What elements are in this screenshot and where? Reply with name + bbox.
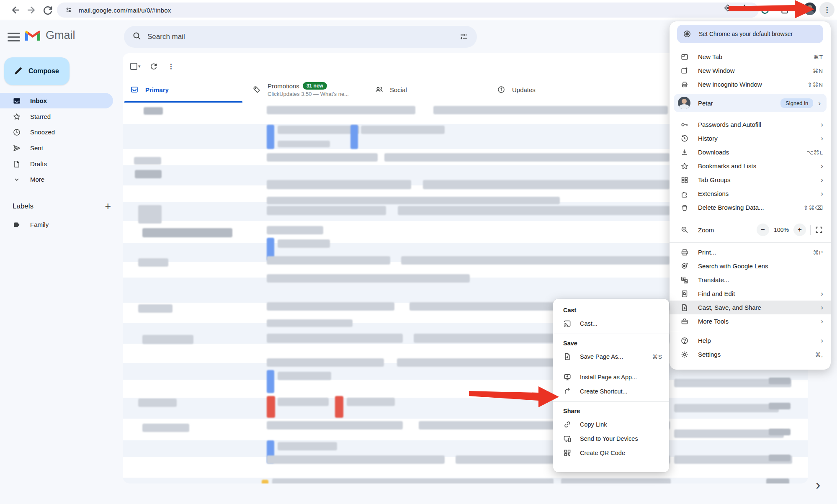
privacy-extension-icon[interactable] [724, 4, 732, 12]
menu-item-new-incognito-window[interactable]: New Incognito Window ⇧⌘N [670, 77, 831, 91]
menu-item-new-tab[interactable]: New Tab ⌘T [670, 50, 831, 64]
sidebar-item-more[interactable]: More [0, 172, 113, 187]
labels-title: Labels [13, 202, 33, 211]
site-info-icon[interactable] [64, 6, 73, 14]
menu-item-bookmarks[interactable]: Bookmarks and Lists › [670, 159, 831, 173]
blurred-content-block [769, 378, 791, 384]
gmail-logo-text: Gmail [46, 29, 75, 42]
sidebar-item-drafts[interactable]: Drafts [0, 156, 113, 172]
url-text: mail.google.com/mail/u/0/#inbox [79, 7, 171, 14]
blurred-content-block [278, 372, 331, 380]
tab-primary[interactable]: Primary [123, 77, 245, 103]
menu-item-downloads[interactable]: Downloads ⌥⌘L [670, 145, 831, 159]
blurred-content-block [267, 334, 403, 343]
list-more-kebab-icon[interactable]: ⋮ [164, 59, 178, 73]
compose-button[interactable]: Compose [4, 57, 70, 85]
submenu-item-copy-link[interactable]: Copy Link [553, 417, 669, 432]
menu-item-cast-save-share[interactable]: Cast, Save, and Share › [670, 301, 831, 314]
tab-promotions[interactable]: Promotions 31 new ClickUpdates 3.50 — Wh… [245, 77, 367, 103]
sidebar-label-drafts: Drafts [30, 160, 47, 167]
new-tab-icon [680, 53, 689, 61]
grid-icon [680, 176, 689, 184]
sidebar-item-inbox[interactable]: Inbox [0, 93, 113, 108]
menu-item-help[interactable]: Help › [670, 334, 831, 347]
select-all-checkbox[interactable]: ▾ [128, 63, 143, 70]
blurred-content-block [278, 442, 337, 450]
next-page-chevron[interactable]: › [816, 476, 820, 493]
blurred-content-block [138, 304, 173, 313]
submenu-item-install-page-as-app[interactable]: Install Page as App... [553, 370, 669, 384]
tab-promotions-label: Promotions [268, 82, 299, 90]
submenu-header-save: Save [553, 337, 669, 350]
zoom-value: 100% [769, 226, 793, 233]
menu-item-passwords[interactable]: Passwords and Autofill › [670, 118, 831, 131]
star-icon [13, 113, 21, 121]
updates-info-icon [497, 85, 505, 94]
blurred-content-block [766, 478, 789, 483]
submenu-item-send-to-devices[interactable]: Send to Your Devices [553, 432, 669, 446]
sidebar-label-family: Family [30, 221, 49, 228]
list-toolbar: ▾ ⋮ [128, 59, 178, 73]
hamburger-menu-icon[interactable] [8, 33, 20, 42]
search-filter-icon[interactable] [459, 32, 469, 43]
submenu-item-cast[interactable]: Cast... [553, 316, 669, 331]
browser-menu-kebab-icon[interactable]: ⋮ [819, 2, 834, 17]
browser-toolbar: mail.google.com/mail/u/0/#inbox ⋮ [0, 0, 837, 20]
help-icon [680, 337, 689, 345]
refresh-icon[interactable] [42, 4, 54, 16]
vertical-divider [810, 225, 811, 235]
menu-item-more-tools[interactable]: More Tools › [670, 314, 831, 328]
screen: mail.google.com/mail/u/0/#inbox ⋮ [0, 0, 837, 504]
menu-divider [670, 47, 831, 47]
blurred-content-block [769, 403, 791, 409]
menu-item-history[interactable]: History › [670, 131, 831, 145]
forward-icon[interactable] [26, 4, 38, 16]
menu-item-print[interactable]: Print... ⌘P [670, 245, 831, 259]
back-icon[interactable] [9, 4, 21, 16]
new-window-icon [680, 67, 689, 75]
tab-updates[interactable]: Updates [489, 77, 612, 103]
menu-item-profile[interactable]: Petar Signed in › [674, 94, 827, 112]
extension-icon-2[interactable] [780, 5, 790, 15]
menu-item-tab-groups[interactable]: Tab Groups › [670, 173, 831, 187]
menu-item-new-window[interactable]: New Window ⌘N [670, 64, 831, 77]
set-default-browser-button[interactable]: Set Chrome as your default browser [677, 25, 823, 43]
url-bar[interactable]: mail.google.com/mail/u/0/#inbox [57, 3, 759, 18]
draft-icon [13, 160, 21, 168]
sidebar-item-label-family[interactable]: Family [0, 217, 113, 232]
create-label-plus-icon[interactable]: + [105, 200, 111, 212]
tab-social[interactable]: Social [367, 77, 489, 103]
promotions-new-badge: 31 new [303, 82, 327, 90]
fullscreen-icon[interactable] [815, 226, 823, 234]
list-refresh-icon[interactable] [147, 59, 161, 73]
menu-item-delete-browsing-data[interactable]: Delete Browsing Data... ⇧⌘⌫ [670, 201, 831, 214]
search-icon [132, 31, 142, 42]
blurred-row-band [123, 440, 808, 457]
menu-item-google-lens[interactable]: Search with Google Lens [670, 259, 831, 273]
puzzle-icon [680, 190, 689, 198]
sidebar-label-snoozed: Snoozed [30, 129, 55, 136]
zoom-out-button[interactable]: − [757, 224, 769, 236]
search-bar[interactable]: Search mail [124, 26, 477, 48]
blurred-content-block [769, 455, 791, 461]
menu-item-extensions[interactable]: Extensions › [670, 187, 831, 201]
blurred-content-block [138, 399, 177, 407]
submenu-item-create-shortcut[interactable]: Create Shortcut... [553, 384, 669, 399]
bookmark-star-icon[interactable] [740, 4, 749, 12]
extension-icon-1[interactable] [760, 5, 770, 15]
sidebar-label-starred: Starred [30, 113, 51, 120]
menu-item-translate[interactable]: Translate... [670, 273, 831, 287]
zoom-in-button[interactable]: + [793, 224, 806, 236]
tab-social-label: Social [390, 86, 407, 93]
blurred-content-block [267, 455, 445, 464]
sidebar-item-starred[interactable]: Starred [0, 109, 113, 124]
submenu-item-create-qr-code[interactable]: Create QR Code [553, 446, 669, 460]
menu-item-find-and-edit[interactable]: Find and Edit › [670, 287, 831, 301]
sidebar-item-sent[interactable]: Sent [0, 140, 113, 156]
select-caret-icon[interactable]: ▾ [138, 64, 141, 69]
sidebar-item-snoozed[interactable]: Snoozed [0, 124, 113, 140]
browser-profile-avatar[interactable] [804, 3, 816, 15]
submenu-item-save-page-as[interactable]: Save Page As... ⌘S [553, 350, 669, 364]
blurred-content-block [144, 107, 163, 115]
menu-item-settings[interactable]: Settings ⌘, [670, 347, 831, 361]
